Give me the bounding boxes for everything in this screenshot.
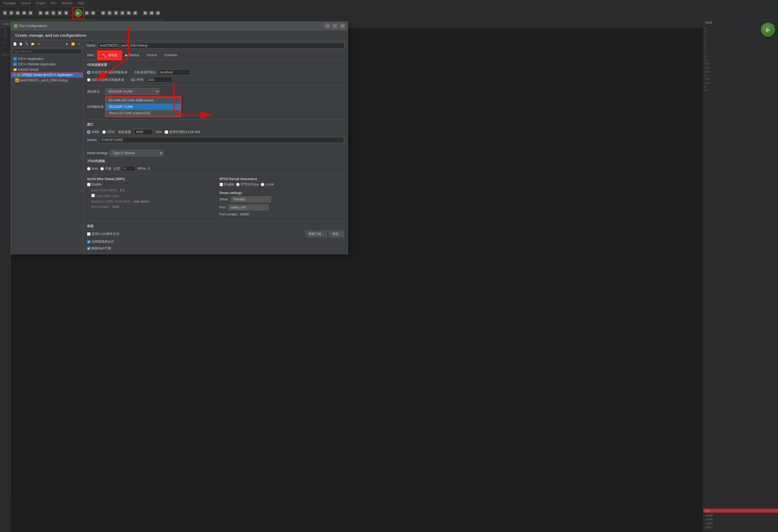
gdb-host-input[interactable] bbox=[158, 69, 190, 75]
flash-check-row: 检验flash下载 bbox=[87, 246, 344, 251]
tree-item-cpp-remote[interactable]: C C/C++ Remote Application bbox=[11, 62, 83, 67]
debugger-probe-select[interactable]: ST-LINK (ST-LINK GDB server) SEGGER J-LI… bbox=[105, 88, 160, 95]
gdb-auto-radio-label[interactable]: 自动启动本地GDB服务器 bbox=[87, 70, 128, 75]
jtag-auto-radio[interactable] bbox=[87, 167, 90, 170]
rtos-jlink-radio[interactable] bbox=[261, 183, 264, 186]
driver-input[interactable] bbox=[231, 196, 271, 202]
swd-radio-label[interactable]: SWD bbox=[87, 130, 99, 134]
swv-section: Serial Wire Viewer (SWV) Enable Core Clo… bbox=[87, 177, 212, 218]
rtos-jlink-label[interactable]: J-Link bbox=[261, 182, 274, 186]
jtag-auto-label[interactable]: Auto bbox=[87, 167, 98, 170]
jlink-sn-checkbox-label[interactable]: 使用专用的J-Link S/N bbox=[165, 130, 200, 134]
rtos-enable-label[interactable]: Enable bbox=[220, 182, 234, 186]
dialog-tabs: Main 🔧 调试器 ▶ Startup Source bbox=[83, 51, 348, 60]
rtos-enable-checkbox[interactable] bbox=[220, 183, 223, 186]
flash-check-label[interactable]: 检验flash下载 bbox=[87, 246, 111, 251]
jtag-radio-group: Auto 手册 位置 IRPre 0 bbox=[87, 166, 344, 172]
filter-button[interactable]: 🔽 bbox=[71, 41, 76, 46]
dialog-right-panel: Name: Main 🔧 调试器 ▶ bbox=[83, 40, 348, 254]
gdb-remote-radio-label[interactable]: 连接到远程GDB服务器 bbox=[87, 78, 124, 82]
tree-item-cpp-app[interactable]: C C/C++ Application bbox=[11, 56, 83, 62]
port-input[interactable] bbox=[228, 204, 268, 210]
device-input[interactable] bbox=[99, 137, 344, 143]
rtos-proxy-label[interactable]: RTOS Proxy bbox=[236, 182, 259, 186]
dropdown-item-stlink[interactable]: ST-LINK (ST-LINK GDB server) bbox=[106, 97, 180, 104]
live-expr-checkbox[interactable] bbox=[87, 240, 90, 244]
core-clock-row: Core Clock (MHz): 8.0 bbox=[87, 188, 212, 192]
jtag-manual-label[interactable]: 手册 bbox=[100, 166, 111, 171]
config-name-row: Name: bbox=[83, 40, 348, 51]
tree-item-test-debug[interactable]: ▶ testSTM32F1_uart3_DMA Debug bbox=[11, 78, 83, 83]
core-clock-value: 8.0 bbox=[120, 188, 125, 192]
debugger-probe-container: ST-LINK (ST-LINK GDB server) SEGGER J-LI… bbox=[105, 88, 160, 95]
menu-button[interactable]: ≡ bbox=[77, 41, 81, 46]
browse-button[interactable]: 浏览... bbox=[329, 231, 344, 237]
jtag-auto-text: Auto bbox=[92, 167, 98, 170]
swv-enable-checkbox[interactable] bbox=[87, 183, 90, 186]
driver-label: Driver: bbox=[220, 197, 229, 201]
live-expr-label[interactable]: 启用现场表达式 bbox=[87, 240, 114, 244]
edit-config-button[interactable]: 🔧 bbox=[24, 41, 29, 46]
jtag-manual-text: 手册 bbox=[105, 166, 111, 171]
tree-item-launch-group[interactable]: 📁 Launch Group bbox=[11, 67, 83, 72]
jtag-radio[interactable] bbox=[102, 130, 106, 134]
dialog-left-panel: 📄 📋 🔧 📁 ✖ ▶ 🔽 ≡ C C/C++ Application bbox=[11, 40, 83, 254]
duplicate-config-button[interactable]: 📋 bbox=[18, 41, 23, 46]
limit-swo-checkbox[interactable] bbox=[91, 194, 95, 197]
flash-check-checkbox[interactable] bbox=[87, 247, 90, 250]
reset-select[interactable]: Type 0: Normal bbox=[110, 150, 163, 156]
rtos-proxy-text: RTOS Proxy bbox=[241, 182, 259, 186]
tree-item-stm32-cortex[interactable]: ▼ ST STM32 Cortex-M C/C++ Application bbox=[11, 72, 83, 78]
driver-title: Driver settings bbox=[220, 191, 344, 195]
config-name-input[interactable] bbox=[98, 42, 344, 49]
tab-main[interactable]: Main bbox=[83, 51, 98, 60]
interface-section-title: 接口 bbox=[87, 122, 344, 127]
dialog-close-button[interactable]: ✕ bbox=[340, 23, 345, 29]
tab-debugger[interactable]: 🔧 调试器 bbox=[98, 51, 122, 60]
tab-source[interactable]: Source bbox=[143, 51, 161, 60]
max-swo-value: auto detect bbox=[134, 200, 149, 203]
jtag-pos-input[interactable] bbox=[122, 166, 136, 172]
gdb-remote-radio[interactable] bbox=[87, 78, 90, 82]
collapse-button[interactable]: ▶ bbox=[65, 41, 70, 46]
gdb-server-dropdown: ST-LINK (ST-LINK GDB server) SEGGER J-LI… bbox=[106, 97, 181, 117]
dialog-minimize-button[interactable]: — bbox=[325, 23, 330, 29]
dropdown-item-segger[interactable]: SEGGER J-LINK bbox=[106, 104, 180, 110]
flash-check-text: 检验flash下载 bbox=[92, 246, 111, 251]
jtag-manual-radio[interactable] bbox=[100, 167, 104, 170]
gdb-auto-radio[interactable] bbox=[87, 71, 90, 74]
device-row: Device bbox=[87, 137, 344, 143]
config-filter-input[interactable] bbox=[13, 49, 81, 54]
tab-startup[interactable]: ▶ Startup bbox=[122, 51, 143, 60]
tree-item-label: STM32 Cortex-M C/C++ Application bbox=[22, 73, 73, 77]
port-number-label: Port number: bbox=[91, 205, 110, 209]
swv-enable-label[interactable]: Enable bbox=[87, 182, 101, 186]
port-row: Port: bbox=[220, 204, 344, 210]
live-expr-row: 启用现场表达式 bbox=[87, 240, 344, 244]
jlink-script-label[interactable]: 使用J-Link脚本文件 bbox=[87, 232, 120, 236]
jtag-radio-label[interactable]: JTAG bbox=[102, 130, 115, 134]
dialog-title-icon: ID bbox=[14, 24, 18, 28]
tab-common[interactable]: Common bbox=[161, 51, 181, 60]
interface-row: SWD JTAG 初始速度 kHz 使用专用的J-Link S/N bbox=[87, 129, 344, 135]
delete-config-button[interactable]: ✖ bbox=[36, 41, 41, 46]
new-config-button[interactable]: 📄 bbox=[13, 41, 17, 46]
rtos-driver-section: RTOS Kernel Awareness Enable RTOS Proxy bbox=[220, 177, 344, 218]
limit-swo-label[interactable]: Limit SWO clock bbox=[91, 194, 119, 198]
swv-enable-row: Enable bbox=[87, 182, 212, 186]
dialog-maximize-button[interactable]: □ bbox=[332, 23, 337, 29]
swd-radio[interactable] bbox=[87, 130, 90, 134]
export-config-button[interactable]: 📁 bbox=[30, 41, 35, 46]
search-project-button[interactable]: 搜索工程... bbox=[305, 231, 327, 237]
gdb-host-label: 主机名或IP地址 bbox=[134, 70, 156, 75]
speed-input[interactable] bbox=[134, 129, 153, 135]
driver-row: Driver: bbox=[220, 196, 344, 202]
gdb-server-label: GDB服务器 bbox=[87, 105, 103, 109]
tab-debugger-label: 调试器 bbox=[107, 53, 117, 58]
jlink-sn-checkbox[interactable] bbox=[165, 130, 168, 134]
dropdown-item-openocd[interactable]: Show CST-LINK (OpenOCD) bbox=[106, 110, 180, 116]
rtos-proxy-radio[interactable] bbox=[236, 183, 240, 186]
jlink-script-checkbox[interactable] bbox=[87, 232, 90, 236]
spacer-2 bbox=[220, 188, 344, 191]
gdb-port-input[interactable] bbox=[146, 77, 172, 83]
